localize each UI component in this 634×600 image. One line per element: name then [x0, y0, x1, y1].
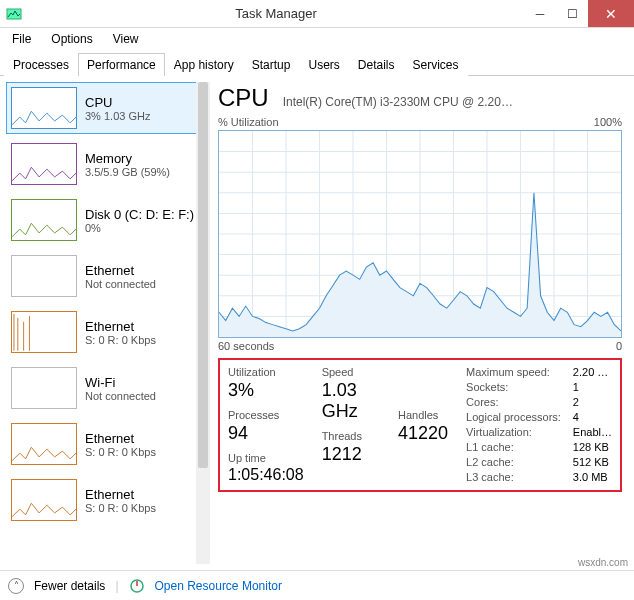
sidebar-card-sub: S: 0 R: 0 Kbps [85, 502, 156, 514]
sockets-label: Sockets: [466, 381, 561, 394]
stats-panel: Utilization 3% Processes 94 Up time 1:05… [218, 358, 622, 492]
sidebar: CPU3% 1.03 GHzMemory3.5/5.9 GB (59%)Disk… [0, 76, 210, 570]
l1-cache-label: L1 cache: [466, 441, 561, 454]
cores-label: Cores: [466, 396, 561, 409]
tab-processes[interactable]: Processes [4, 53, 78, 76]
speed-value: 1.03 GHz [322, 380, 380, 422]
menu-file[interactable]: File [4, 30, 39, 48]
sidebar-card[interactable]: EthernetS: 0 R: 0 Kbps [6, 306, 210, 358]
menu-options[interactable]: Options [43, 30, 100, 48]
tab-performance[interactable]: Performance [78, 53, 165, 76]
tab-users[interactable]: Users [299, 53, 348, 76]
sidebar-card-title: Ethernet [85, 263, 156, 278]
l3-cache-value: 3.0 MB [573, 471, 612, 484]
fewer-details-link[interactable]: Fewer details [34, 579, 105, 593]
sidebar-card-sub: 0% [85, 222, 194, 234]
main-panel: CPU Intel(R) Core(TM) i3-2330M CPU @ 2.2… [210, 76, 634, 570]
virtualization-value: Enabl… [573, 426, 612, 439]
cores-value: 2 [573, 396, 612, 409]
sidebar-card-title: CPU [85, 95, 150, 110]
sidebar-card-sub: S: 0 R: 0 Kbps [85, 446, 156, 458]
minimize-button[interactable]: ─ [524, 0, 556, 27]
sidebar-card[interactable]: EthernetS: 0 R: 0 Kbps [6, 418, 210, 470]
sidebar-card-sub: Not connected [85, 390, 156, 402]
sidebar-card-title: Ethernet [85, 319, 156, 334]
resource-monitor-icon [129, 578, 145, 594]
window-title: Task Manager [28, 6, 524, 21]
processes-label: Processes [228, 409, 304, 421]
chart-label-top-right: 100% [594, 116, 622, 128]
sidebar-card[interactable]: EthernetNot connected [6, 250, 210, 302]
tab-bar: Processes Performance App history Startu… [0, 52, 634, 76]
sidebar-card-title: Memory [85, 151, 170, 166]
open-resource-monitor-link[interactable]: Open Resource Monitor [155, 579, 282, 593]
sidebar-card-sub: S: 0 R: 0 Kbps [85, 334, 156, 346]
tab-details[interactable]: Details [349, 53, 404, 76]
chart-label-bottom-left: 60 seconds [218, 340, 274, 352]
main-subtitle: Intel(R) Core(TM) i3-2330M CPU @ 2.20… [283, 95, 622, 109]
chevron-up-icon[interactable]: ˄ [8, 578, 24, 594]
sidebar-card[interactable]: Wi-FiNot connected [6, 362, 210, 414]
l3-cache-label: L3 cache: [466, 471, 561, 484]
max-speed-label: Maximum speed: [466, 366, 561, 379]
uptime-value: 1:05:46:08 [228, 466, 304, 484]
tab-services[interactable]: Services [404, 53, 468, 76]
titlebar: Task Manager ─ ☐ ✕ [0, 0, 634, 28]
utilization-value: 3% [228, 380, 304, 401]
chart-label-top-left: % Utilization [218, 116, 279, 128]
sidebar-scrollbar[interactable] [196, 82, 210, 564]
sidebar-card-sub: 3.5/5.9 GB (59%) [85, 166, 170, 178]
uptime-label: Up time [228, 452, 304, 464]
footer: ˄ Fewer details | Open Resource Monitor [0, 570, 634, 600]
speed-label: Speed [322, 366, 380, 378]
sidebar-card-title: Ethernet [85, 431, 156, 446]
utilization-label: Utilization [228, 366, 304, 378]
sidebar-card[interactable]: Memory3.5/5.9 GB (59%) [6, 138, 210, 190]
sockets-value: 1 [573, 381, 612, 394]
tab-app-history[interactable]: App history [165, 53, 243, 76]
sidebar-card[interactable]: CPU3% 1.03 GHz [6, 82, 210, 134]
maximize-button[interactable]: ☐ [556, 0, 588, 27]
sidebar-card[interactable]: EthernetS: 0 R: 0 Kbps [6, 474, 210, 526]
virtualization-label: Virtualization: [466, 426, 561, 439]
processes-value: 94 [228, 423, 304, 444]
sidebar-card-title: Ethernet [85, 487, 156, 502]
main-title: CPU [218, 84, 269, 112]
sidebar-card-title: Disk 0 (C: D: E: F:) [85, 207, 194, 222]
sidebar-card-title: Wi-Fi [85, 375, 156, 390]
app-icon [6, 6, 22, 22]
handles-label: Handles [398, 409, 448, 421]
logical-processors-label: Logical processors: [466, 411, 561, 424]
cpu-chart [218, 130, 622, 338]
sidebar-card[interactable]: Disk 0 (C: D: E: F:)0% [6, 194, 210, 246]
max-speed-value: 2.20 … [573, 366, 612, 379]
sidebar-card-sub: 3% 1.03 GHz [85, 110, 150, 122]
handles-value: 41220 [398, 423, 448, 444]
menu-view[interactable]: View [105, 30, 147, 48]
chart-label-bottom-right: 0 [616, 340, 622, 352]
logical-processors-value: 4 [573, 411, 612, 424]
tab-startup[interactable]: Startup [243, 53, 300, 76]
threads-label: Threads [322, 430, 380, 442]
threads-value: 1212 [322, 444, 380, 465]
l2-cache-label: L2 cache: [466, 456, 561, 469]
l2-cache-value: 512 KB [573, 456, 612, 469]
l1-cache-value: 128 KB [573, 441, 612, 454]
menubar: File Options View [0, 28, 634, 50]
close-button[interactable]: ✕ [588, 0, 634, 27]
watermark: wsxdn.com [578, 557, 628, 568]
sidebar-card-sub: Not connected [85, 278, 156, 290]
